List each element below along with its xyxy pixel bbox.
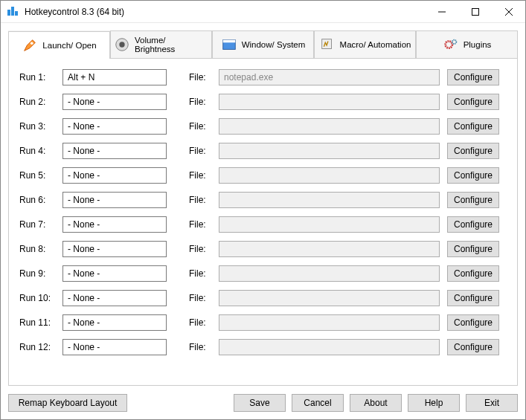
run-row: Run 1:File:Configure <box>19 69 499 85</box>
run-row: Run 12:File:Configure <box>19 339 499 355</box>
speaker-icon <box>114 36 130 53</box>
file-input[interactable] <box>219 192 440 208</box>
close-button[interactable] <box>492 1 525 22</box>
hotkey-input[interactable] <box>62 167 167 184</box>
svg-rect-0 <box>7 10 10 16</box>
svg-point-13 <box>445 41 452 48</box>
svg-rect-11 <box>222 40 235 43</box>
configure-button[interactable]: Configure <box>447 314 499 331</box>
tab-plugins[interactable]: Plugins <box>416 30 518 58</box>
run-label: Run 7: <box>19 219 55 230</box>
file-input[interactable] <box>219 118 440 135</box>
configure-button[interactable]: Configure <box>447 143 499 159</box>
file-input[interactable] <box>219 339 440 355</box>
about-button[interactable]: About <box>350 394 402 412</box>
file-input[interactable] <box>219 69 440 85</box>
run-label: Run 3: <box>19 121 55 132</box>
tab-label: Window/ System <box>242 40 306 49</box>
run-label: Run 2: <box>19 97 55 107</box>
file-label: File: <box>189 219 211 230</box>
titlebar[interactable]: Hotkeycontrol 8.3 (64 bit) <box>1 1 525 23</box>
file-label: File: <box>189 97 211 107</box>
run-row: Run 11:File:Configure <box>19 314 499 331</box>
run-label: Run 4: <box>19 146 55 156</box>
configure-button[interactable]: Configure <box>447 118 499 135</box>
file-label: File: <box>189 195 211 205</box>
hotkey-input[interactable] <box>62 216 167 233</box>
configure-button[interactable]: Configure <box>447 290 499 306</box>
hotkey-input[interactable] <box>62 339 167 355</box>
configure-button[interactable]: Configure <box>447 241 499 257</box>
file-input[interactable] <box>219 167 440 184</box>
configure-button[interactable]: Configure <box>447 167 499 184</box>
minimize-button[interactable] <box>425 1 458 22</box>
hotkey-input[interactable] <box>62 265 167 282</box>
hotkey-input[interactable] <box>62 290 167 306</box>
hotkey-input[interactable] <box>62 69 167 85</box>
content-panel: Run 1:File:ConfigureRun 2:File:Configure… <box>8 59 518 386</box>
file-label: File: <box>189 72 211 83</box>
svg-point-9 <box>119 42 124 47</box>
configure-button[interactable]: Configure <box>447 94 499 110</box>
file-input[interactable] <box>219 314 440 331</box>
tab-macro-automation[interactable]: Macro/ Automation <box>314 30 416 58</box>
hotkey-input[interactable] <box>62 94 167 110</box>
file-label: File: <box>189 146 211 156</box>
run-list[interactable]: Run 1:File:ConfigureRun 2:File:Configure… <box>19 69 499 375</box>
svg-rect-1 <box>11 7 14 16</box>
rocket-icon <box>22 37 38 54</box>
tab-launch-open[interactable]: Launch/ Open <box>8 31 110 59</box>
configure-button[interactable]: Configure <box>447 192 499 208</box>
macro-icon <box>319 36 336 53</box>
maximize-button[interactable] <box>458 1 492 22</box>
save-button[interactable]: Save <box>234 394 286 412</box>
exit-button[interactable]: Exit <box>466 394 518 412</box>
tab-label: Volume/ Brightness <box>135 36 208 54</box>
hotkey-input[interactable] <box>62 314 167 331</box>
file-label: File: <box>189 317 211 328</box>
window-title: Hotkeycontrol 8.3 (64 bit) <box>25 7 425 17</box>
file-input[interactable] <box>219 216 440 233</box>
run-label: Run 12: <box>19 342 55 352</box>
bottom-toolbar: Remap Keyboard Layout Save Cancel About … <box>8 394 518 412</box>
run-row: Run 10:File:Configure <box>19 290 499 306</box>
configure-button[interactable]: Configure <box>447 339 499 355</box>
run-row: Run 7:File:Configure <box>19 216 499 233</box>
window-controls <box>425 1 525 22</box>
hotkey-input[interactable] <box>62 118 167 135</box>
file-input[interactable] <box>219 290 440 306</box>
file-input[interactable] <box>219 241 440 257</box>
file-label: File: <box>189 268 211 279</box>
run-label: Run 8: <box>19 244 55 254</box>
file-input[interactable] <box>219 94 440 110</box>
cancel-button[interactable]: Cancel <box>292 394 344 412</box>
hotkey-input[interactable] <box>62 241 167 257</box>
help-button[interactable]: Help <box>408 394 460 412</box>
app-window: Hotkeycontrol 8.3 (64 bit) Launch/ Open … <box>0 0 526 420</box>
file-input[interactable] <box>219 143 440 159</box>
run-row: Run 3:File:Configure <box>19 118 499 135</box>
hotkey-input[interactable] <box>62 192 167 208</box>
run-label: Run 9: <box>19 268 55 279</box>
tab-label: Macro/ Automation <box>340 40 411 49</box>
tab-strip: Launch/ Open Volume/ Brightness Window/ … <box>8 30 518 59</box>
svg-point-14 <box>452 40 456 45</box>
run-label: Run 10: <box>19 293 55 303</box>
file-label: File: <box>189 121 211 132</box>
remap-keyboard-button[interactable]: Remap Keyboard Layout <box>8 394 127 412</box>
file-label: File: <box>189 293 211 303</box>
configure-button[interactable]: Configure <box>447 69 499 85</box>
file-input[interactable] <box>219 265 440 282</box>
tab-window-system[interactable]: Window/ System <box>212 30 314 58</box>
hotkey-input[interactable] <box>62 143 167 159</box>
run-label: Run 11: <box>19 317 55 328</box>
file-label: File: <box>189 170 211 181</box>
tab-volume-brightness[interactable]: Volume/ Brightness <box>110 30 212 58</box>
configure-button[interactable]: Configure <box>447 265 499 282</box>
run-row: Run 8:File:Configure <box>19 241 499 257</box>
tab-label: Plugins <box>464 40 492 49</box>
run-label: Run 5: <box>19 170 55 181</box>
configure-button[interactable]: Configure <box>447 216 499 233</box>
tab-label: Launch/ Open <box>42 41 96 50</box>
window-icon <box>221 36 237 53</box>
